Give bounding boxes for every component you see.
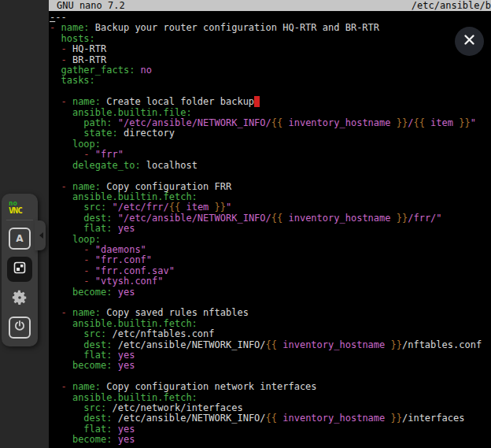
chevron-left-icon bbox=[39, 232, 43, 239]
code-line: dest: /etc/ansible/NETWORK_INFO/{{ inven… bbox=[50, 340, 491, 350]
code-line: gather_facts: no bbox=[50, 65, 491, 76]
fullscreen-button[interactable] bbox=[7, 257, 32, 282]
code-line: --- bbox=[50, 13, 491, 23]
code-line: - "daemons" bbox=[50, 245, 491, 255]
code-line: tasks: bbox=[50, 76, 491, 86]
code-line: - "frr.conf" bbox=[50, 255, 491, 265]
code-line: dest: /etc/ansible/NETWORK_INFO/{{ inven… bbox=[50, 413, 491, 424]
code-line: ansible.builtin.file: bbox=[50, 108, 491, 118]
code-line: hosts: bbox=[50, 34, 491, 44]
code-line: - "frr.conf.sav" bbox=[50, 266, 491, 276]
code-line: flat: yes bbox=[50, 424, 491, 435]
code-line: delegate_to: localhost bbox=[50, 161, 491, 171]
gear-icon bbox=[11, 289, 28, 309]
code-line: ansible.builtin.fetch: bbox=[50, 192, 491, 202]
nano-filename-label: /etc/ansible/b bbox=[412, 0, 491, 11]
nano-titlebar: GNU nano 7.2 /etc/ansible/b bbox=[49, 0, 491, 11]
nano-version-label: GNU nano 7.2 bbox=[57, 0, 125, 11]
novnc-logo-bottom: VNC bbox=[9, 207, 22, 214]
code-line: ansible.builtin.fetch: bbox=[50, 319, 491, 329]
code-line: - HQ-RTR bbox=[50, 44, 491, 54]
fullscreen-icon bbox=[13, 261, 27, 278]
code-line: - BR-RTR bbox=[50, 55, 491, 65]
code-line: - name: Backup your router configuration… bbox=[50, 23, 491, 33]
code-line: - name: Copy configuration FRR bbox=[50, 182, 491, 192]
code-line bbox=[50, 298, 491, 308]
code-line: - "frr" bbox=[50, 150, 491, 160]
panel-divider bbox=[6, 220, 33, 220]
code-line: ansible.builtin.fetch: bbox=[50, 393, 491, 403]
vnc-control-strip: no VNC A bbox=[0, 0, 49, 448]
vnc-control-panel: no VNC A bbox=[2, 194, 38, 346]
power-icon bbox=[13, 320, 26, 335]
disconnect-button[interactable] bbox=[9, 317, 31, 339]
code-line bbox=[50, 87, 491, 97]
code-line: path: "/etc/ansible/NETWORK_INFO/{{ inve… bbox=[50, 118, 491, 128]
code-line: become: yes bbox=[50, 287, 491, 298]
code-line: - name: Create local folder backup bbox=[50, 97, 491, 107]
settings-button[interactable] bbox=[9, 289, 30, 309]
code-line: become: yes bbox=[50, 435, 491, 445]
extra-keys-button[interactable]: A bbox=[9, 228, 31, 250]
code-line: flat: yes bbox=[50, 224, 491, 234]
code-line bbox=[50, 372, 491, 382]
code-line: loop: bbox=[50, 139, 491, 150]
code-line: - name: Copy configuration network inter… bbox=[50, 382, 491, 392]
code-line: become: yes bbox=[50, 361, 491, 371]
panel-collapse-handle[interactable] bbox=[35, 220, 46, 250]
code-line: loop: bbox=[50, 235, 491, 245]
keyboard-a-icon: A bbox=[16, 233, 23, 244]
code-line: - name: Copy saved rules nftables bbox=[50, 308, 491, 318]
code-line: dest: "/etc/ansible/NETWORK_INFO/{{ inve… bbox=[50, 213, 491, 224]
code-line: state: directory bbox=[50, 128, 491, 139]
close-icon bbox=[463, 34, 475, 49]
terminal-text: ---- name: Backup your router configurat… bbox=[49, 11, 491, 446]
terminal-screen[interactable]: GNU nano 7.2 /etc/ansible/b ---- name: B… bbox=[49, 0, 491, 448]
code-line bbox=[50, 171, 491, 181]
code-line: src: /etc/network/interfaces bbox=[50, 403, 491, 413]
code-line: src: /etc/nftables.conf bbox=[50, 329, 491, 339]
code-line: flat: yes bbox=[50, 350, 491, 361]
code-line: - "vtysh.conf" bbox=[50, 276, 491, 287]
novnc-logo: no VNC bbox=[2, 200, 22, 214]
close-button[interactable] bbox=[455, 27, 484, 56]
code-line: src: "/etc/frr/{{ item }}" bbox=[50, 202, 491, 213]
